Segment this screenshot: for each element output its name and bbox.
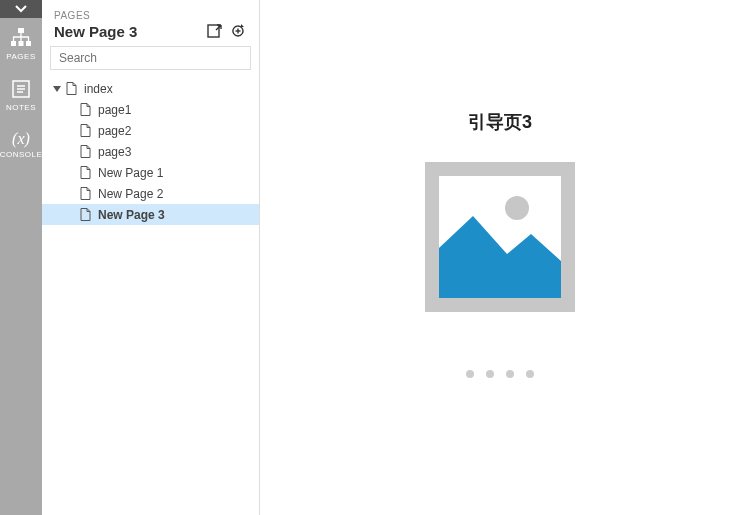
svg-rect-0: [18, 28, 24, 33]
toolbar-item-notes[interactable]: NOTES: [0, 69, 42, 120]
export-icon[interactable]: [207, 24, 222, 39]
notes-icon: [11, 79, 31, 99]
tree-label: page2: [98, 124, 131, 138]
image-placeholder[interactable]: [425, 162, 575, 312]
svg-point-11: [505, 196, 529, 220]
svg-rect-3: [26, 41, 31, 46]
sitemap-icon: [10, 28, 32, 48]
page-icon: [80, 166, 91, 179]
tree-label: New Page 3: [98, 208, 165, 222]
panel-header: PAGES New Page 3: [42, 0, 259, 46]
tree-item[interactable]: page3: [42, 141, 259, 162]
collapse-toggle-icon[interactable]: [52, 85, 62, 93]
pages-panel: PAGES New Page 3: [42, 0, 260, 515]
tree-item[interactable]: page1: [42, 99, 259, 120]
page-icon: [80, 145, 91, 158]
page-title: 引导页3: [468, 110, 532, 134]
tree-label: New Page 2: [98, 187, 163, 201]
page-tree: index page1 page2 page3 New Page 1: [42, 78, 259, 225]
image-placeholder-icon: [439, 176, 561, 298]
add-page-icon[interactable]: [232, 24, 247, 39]
search-input[interactable]: [50, 46, 251, 70]
page-icon: [80, 124, 91, 137]
toolbar-label-notes: NOTES: [6, 103, 36, 112]
page-icon: [66, 82, 77, 95]
panel-title: PAGES: [54, 10, 247, 21]
dot[interactable]: [506, 370, 514, 378]
dot[interactable]: [486, 370, 494, 378]
toolbar-label-pages: PAGES: [6, 52, 35, 61]
tree-item-selected[interactable]: New Page 3: [42, 204, 259, 225]
toolbar-label-console: CONSOLE: [0, 150, 42, 159]
svg-rect-1: [11, 41, 16, 46]
page-icon: [80, 208, 91, 221]
svg-rect-8: [208, 25, 219, 37]
tree-item[interactable]: page2: [42, 120, 259, 141]
page-icon: [80, 187, 91, 200]
variable-icon: (x): [12, 130, 30, 148]
toolbar-item-console[interactable]: (x) CONSOLE: [0, 120, 42, 167]
toolbar-collapse[interactable]: [0, 0, 42, 18]
chevron-down-icon: [14, 4, 28, 14]
page-icon: [80, 103, 91, 116]
dot[interactable]: [466, 370, 474, 378]
tree-label: page1: [98, 103, 131, 117]
svg-rect-2: [19, 41, 24, 46]
main-toolbar: PAGES NOTES (x) CONSOLE: [0, 0, 42, 515]
tree-item[interactable]: New Page 2: [42, 183, 259, 204]
current-page-name: New Page 3: [54, 23, 137, 40]
tree-label: index: [84, 82, 113, 96]
tree-item[interactable]: New Page 1: [42, 162, 259, 183]
tree-label: page3: [98, 145, 131, 159]
toolbar-item-pages[interactable]: PAGES: [0, 18, 42, 69]
canvas-area[interactable]: 引导页3: [260, 0, 740, 515]
pagination-dots: [466, 370, 534, 378]
tree-root-item[interactable]: index: [42, 78, 259, 99]
dot[interactable]: [526, 370, 534, 378]
canvas-content: 引导页3: [425, 110, 575, 378]
tree-label: New Page 1: [98, 166, 163, 180]
